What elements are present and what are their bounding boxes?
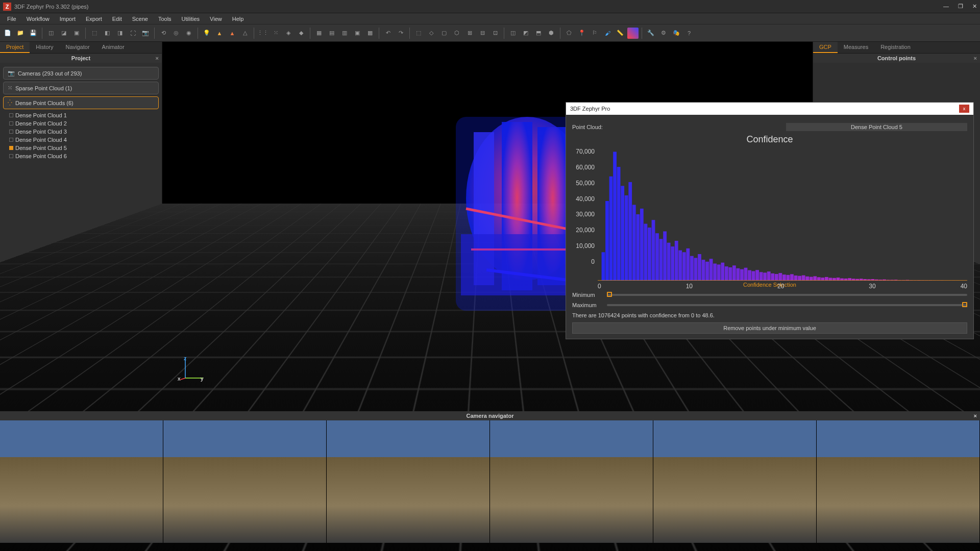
close-panel-icon[interactable]: × [156, 55, 159, 61]
save-icon[interactable]: 💾 [28, 28, 39, 39]
points2-icon[interactable]: ⁙ [270, 28, 281, 39]
cube-filter-icon[interactable]: ⬢ [546, 28, 557, 39]
gear-icon[interactable]: ⚙ [658, 28, 669, 39]
tab-animator[interactable]: Animator [96, 42, 131, 53]
filter1-icon[interactable]: ◫ [507, 28, 519, 39]
expand-icon[interactable]: ⛶ [127, 28, 138, 39]
select-lasso-icon[interactable]: ◇ [426, 28, 437, 39]
dense-sub-3[interactable]: Dense Point Cloud 3 [7, 128, 160, 136]
dense-sub-6[interactable]: Dense Point Cloud 6 [7, 152, 160, 160]
warning3-icon[interactable]: △ [239, 28, 251, 39]
maximum-slider[interactable] [607, 304, 967, 306]
camera-thumb[interactable] [163, 420, 327, 543]
undo-icon[interactable]: ↶ [382, 28, 394, 39]
select-box-icon[interactable]: ▢ [438, 28, 450, 39]
grid4-icon[interactable]: ▩ [364, 28, 376, 39]
screenshot-icon[interactable]: ▣ [352, 28, 363, 39]
camera-icon[interactable]: 📷 [140, 28, 151, 39]
ruler-icon[interactable]: 📏 [615, 28, 626, 39]
menu-view[interactable]: View [206, 15, 226, 23]
svg-rect-44 [725, 266, 728, 281]
box1-icon[interactable]: ⬚ [89, 28, 100, 39]
dense-sub-5[interactable]: Dense Point Cloud 5 [7, 144, 160, 152]
tool-c-icon[interactable]: ⊡ [489, 28, 501, 39]
tab-measures[interactable]: Measures [838, 42, 874, 53]
color-icon[interactable] [627, 28, 639, 39]
dense-sub-1[interactable]: Dense Point Cloud 1 [7, 111, 160, 119]
select-rect-icon[interactable]: ⬚ [413, 28, 424, 39]
paint-icon[interactable]: 🖌 [602, 28, 613, 39]
svg-rect-38 [702, 260, 705, 281]
camera-thumb[interactable] [0, 420, 163, 543]
dialog-titlebar[interactable]: 3DF Zephyr Pro x [566, 103, 973, 115]
sparse-cloud-item[interactable]: ⁙ Sparse Point Cloud (1) [3, 82, 159, 94]
minimize-button[interactable]: — [943, 3, 949, 10]
cameras-item[interactable]: 📷 Cameras (293 out of 293) [3, 67, 159, 80]
mesh2-icon[interactable]: ◆ [296, 28, 307, 39]
cube-wire-icon[interactable]: ◫ [45, 28, 57, 39]
close-right-panel-icon[interactable]: × [974, 55, 977, 61]
tab-history[interactable]: History [30, 42, 59, 53]
menu-tools[interactable]: Tools [154, 15, 176, 23]
open-icon[interactable]: 📁 [15, 28, 26, 39]
grid1-icon[interactable]: ▦ [313, 28, 325, 39]
menu-scene[interactable]: Scene [128, 15, 152, 23]
point-cloud-dropdown[interactable]: Dense Point Cloud 5 [786, 123, 967, 131]
svg-rect-67 [813, 276, 817, 281]
dense-cloud-item[interactable]: ⁛ Dense Point Clouds (6) [3, 96, 159, 109]
dense-sub-2[interactable]: Dense Point Cloud 2 [7, 119, 160, 128]
cube-tex-icon[interactable]: ▣ [71, 28, 82, 39]
maximize-button[interactable]: ❐ [958, 3, 963, 10]
tab-project[interactable]: Project [0, 42, 30, 53]
minimum-slider[interactable] [607, 294, 967, 296]
camera-thumb[interactable] [653, 420, 817, 543]
dense-sub-4[interactable]: Dense Point Cloud 4 [7, 136, 160, 144]
mask-icon[interactable]: 🎭 [671, 28, 682, 39]
new-icon[interactable]: 📄 [2, 28, 13, 39]
tab-registration[interactable]: Registration [874, 42, 917, 53]
cube-solid-icon[interactable]: ◪ [58, 28, 69, 39]
points1-icon[interactable]: ⋮⋮ [257, 28, 268, 39]
refresh-icon[interactable]: ⟲ [158, 28, 169, 39]
measure-icon[interactable]: ⬠ [564, 28, 575, 39]
tool-b-icon[interactable]: ⊟ [477, 28, 488, 39]
camera-thumb[interactable] [817, 420, 980, 543]
camera-thumb[interactable] [327, 420, 490, 543]
svg-rect-48 [740, 269, 744, 281]
menu-utilities[interactable]: Utilities [178, 15, 204, 23]
filter3-icon[interactable]: ⬒ [533, 28, 544, 39]
menu-edit[interactable]: Edit [108, 15, 126, 23]
close-camnav-icon[interactable]: × [974, 413, 977, 419]
grid2-icon[interactable]: ▤ [326, 28, 337, 39]
light-icon[interactable]: 💡 [201, 28, 212, 39]
fit-icon[interactable]: ◉ [183, 28, 194, 39]
menu-import[interactable]: Import [56, 15, 80, 23]
help-icon[interactable]: ? [683, 28, 695, 39]
grid3-icon[interactable]: ▥ [339, 28, 350, 39]
menu-export[interactable]: Export [82, 15, 106, 23]
menu-file[interactable]: File [3, 15, 20, 23]
box3-icon[interactable]: ◨ [114, 28, 126, 39]
svg-rect-25 [652, 220, 655, 281]
dialog-close-button[interactable]: x [959, 105, 969, 113]
filter2-icon[interactable]: ◩ [520, 28, 531, 39]
pin-icon[interactable]: 📍 [576, 28, 587, 39]
close-button[interactable]: ✕ [972, 3, 977, 10]
remove-points-button[interactable]: Remove points under minimum value [572, 322, 967, 334]
wrench-icon[interactable]: 🔧 [645, 28, 656, 39]
warning2-icon[interactable]: ▲ [227, 28, 238, 39]
tab-navigator[interactable]: Navigator [59, 42, 95, 53]
mesh1-icon[interactable]: ◈ [283, 28, 294, 39]
menu-help[interactable]: Help [228, 15, 248, 23]
warning-icon[interactable]: ▲ [214, 28, 225, 39]
svg-rect-42 [717, 264, 721, 281]
menu-workflow[interactable]: Workflow [22, 15, 54, 23]
flag-icon[interactable]: ⚐ [589, 28, 600, 39]
redo-icon[interactable]: ↷ [395, 28, 406, 39]
camera-thumb[interactable] [490, 420, 653, 543]
select-poly-icon[interactable]: ⬡ [451, 28, 462, 39]
box2-icon[interactable]: ◧ [102, 28, 113, 39]
target-icon[interactable]: ◎ [170, 28, 182, 39]
tool-a-icon[interactable]: ⊞ [464, 28, 475, 39]
tab-gcp[interactable]: GCP [813, 42, 838, 53]
